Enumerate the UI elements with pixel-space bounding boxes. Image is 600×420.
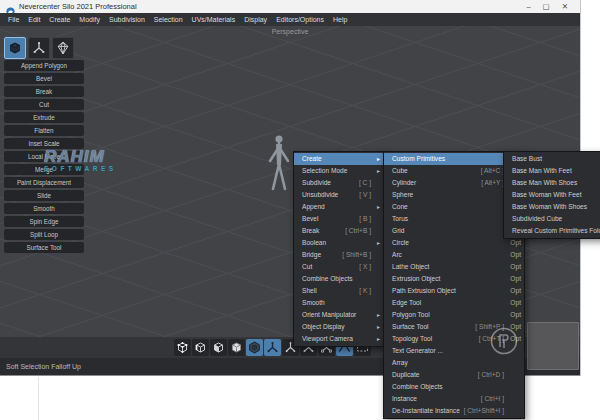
menu-item[interactable]: Arc Opt <box>384 249 524 261</box>
menu-item[interactable]: Base Man With Feet <box>504 165 600 177</box>
menubar-item[interactable]: UVs/Materials <box>192 16 236 23</box>
menu-item[interactable]: Viewport Camera <box>294 333 384 345</box>
maximize-button[interactable]: ▢ <box>543 0 550 13</box>
menu-item[interactable]: Duplicate [ Ctrl+D ] <box>384 369 524 381</box>
menu-item[interactable]: Reveal Custom Primitives Folder <box>504 225 600 237</box>
overlay-panel <box>527 322 579 370</box>
face-select-icon[interactable] <box>210 339 227 356</box>
menu-item-options-button[interactable]: Opt <box>510 297 521 309</box>
menu-item-options-button[interactable]: Opt <box>510 309 521 321</box>
menu-item[interactable]: Smooth <box>294 297 384 309</box>
human-model[interactable] <box>266 134 292 198</box>
menu-item[interactable]: Shell [ K ] <box>294 285 384 297</box>
menu-item[interactable]: Selection Mode <box>294 165 384 177</box>
menubar-item[interactable]: Display <box>244 16 267 23</box>
menu-item-options-button[interactable]: Opt <box>510 273 521 285</box>
menu-item[interactable]: Unsubdivide [ V ] <box>294 189 384 201</box>
sidebar-tool-button[interactable]: Paint Displacement <box>4 177 84 188</box>
sidebar-tool-button[interactable]: Surface Tool <box>4 242 84 253</box>
vertex-select-icon[interactable] <box>174 339 191 356</box>
sidebar-tool-button[interactable]: Bevel <box>4 73 84 84</box>
menu-item-options-button[interactable]: Opt <box>510 285 521 297</box>
sidebar-tool-button[interactable]: Break <box>4 86 84 97</box>
menu-item-label: Grid <box>392 227 404 234</box>
menu-item[interactable]: Surface Tool [ Shift+P ] Opt <box>384 321 524 333</box>
sidebar-tool-button[interactable]: Local Move <box>4 151 84 162</box>
minimize-button[interactable]: – <box>526 0 530 13</box>
menu-item[interactable]: Break [ Ctrl+B ] <box>294 225 384 237</box>
menu-item[interactable]: Subdivide [ C ] <box>294 177 384 189</box>
menu-item[interactable]: Append <box>294 201 384 213</box>
menu-item[interactable]: Array <box>384 357 524 369</box>
page-divider-line <box>38 377 39 420</box>
menu-item[interactable]: Base Man With Shoes <box>504 177 600 189</box>
menu-item[interactable]: Topology Tool [ Ctrl+T ] Opt <box>384 333 524 345</box>
window-controls: – ▢ ✕ <box>526 0 568 13</box>
menubar-item[interactable]: Help <box>333 16 347 23</box>
page-background: Nevercenter Silo 2021 Professional – ▢ ✕… <box>0 0 600 420</box>
menu-item[interactable]: Base Woman With Feet <box>504 189 600 201</box>
menubar-item[interactable]: Edit <box>28 16 40 23</box>
sidebar-icon-row <box>4 37 74 59</box>
close-button[interactable]: ✕ <box>562 0 568 13</box>
multi-select-icon[interactable] <box>246 339 263 356</box>
sidebar-tool-button[interactable]: Spin Edge <box>4 216 84 227</box>
menu-item-label: Reveal Custom Primitives Folder <box>512 227 600 234</box>
sidebar-tool-button[interactable]: Split Loop <box>4 229 84 240</box>
sidebar-tool-button[interactable]: Cut <box>4 99 84 110</box>
sidebar-tool-button[interactable]: Inset Scale <box>4 138 84 149</box>
menu-item[interactable]: Lathe Object Opt <box>384 261 524 273</box>
menu-item[interactable]: Combine Objects <box>294 273 384 285</box>
menu-item-options-button[interactable]: Opt <box>510 249 521 261</box>
manipulator-icon[interactable] <box>28 37 50 59</box>
menu-item[interactable]: Extrusion Object Opt <box>384 273 524 285</box>
menu-item[interactable]: De-Instantiate Instance [ Ctrl+Shift+I ] <box>384 405 524 417</box>
manipulator-tool-icon[interactable] <box>264 339 281 356</box>
menu-item-label: Cone <box>392 203 408 210</box>
menu-item-label: Selection Mode <box>302 167 347 174</box>
menubar-item[interactable]: Selection <box>154 16 183 23</box>
menu-item[interactable]: Subdivided Cube <box>504 213 600 225</box>
menu-item[interactable]: Polygon Tool Opt <box>384 309 524 321</box>
sidebar-tool-button[interactable]: Merge <box>4 164 84 175</box>
menu-item-label: Viewport Camera <box>302 335 353 342</box>
primitives-icon[interactable] <box>52 37 74 59</box>
object-select-icon[interactable] <box>228 339 245 356</box>
menubar-item[interactable]: Modify <box>79 16 100 23</box>
menu-item[interactable]: Instance [ Ctrl+I ] <box>384 393 524 405</box>
menu-item-shortcut: [ Shift+B ] <box>342 249 371 261</box>
menu-item[interactable]: Text Generator ... <box>384 345 524 357</box>
menu-item-label: Append <box>302 203 325 210</box>
sidebar-tool-button[interactable]: Extrude <box>4 112 84 123</box>
menu-item[interactable]: Orient Manipulator <box>294 309 384 321</box>
menubar-item[interactable]: File <box>8 16 19 23</box>
menu-item[interactable]: Combine Objects <box>384 381 524 393</box>
menu-item-options-button[interactable]: Opt <box>510 333 521 345</box>
sidebar-tool-button[interactable]: Append Polygon <box>4 60 84 71</box>
menu-item[interactable]: Create <box>294 153 384 165</box>
menu-item-options-button[interactable]: Opt <box>510 261 521 273</box>
menu-item-options-button[interactable]: Opt <box>510 321 521 333</box>
menu-item[interactable]: Base Bust <box>504 153 600 165</box>
menu-item-label: Array <box>392 359 408 366</box>
menu-item-label: Cube <box>392 167 408 174</box>
menubar-item[interactable]: Create <box>49 16 70 23</box>
menubar-item[interactable]: Editors/Options <box>276 16 324 23</box>
menu-item[interactable]: Path Extrusion Object Opt <box>384 285 524 297</box>
sidebar-tool-button[interactable]: Slide <box>4 190 84 201</box>
sidebar-tool-button[interactable]: Smooth <box>4 203 84 214</box>
edge-select-icon[interactable] <box>192 339 209 356</box>
menubar-item[interactable]: Subdivision <box>109 16 145 23</box>
menu-item[interactable]: Object Display <box>294 321 384 333</box>
custom-primitives-submenu: Base Bust Base Man With Feet Base Man Wi… <box>503 151 600 239</box>
menu-item[interactable]: Cut [ X ] <box>294 261 384 273</box>
menu-item-shortcut: [ B ] <box>359 213 371 225</box>
menu-item[interactable]: Bridge [ Shift+B ] <box>294 249 384 261</box>
menu-item-label: Boolean <box>302 239 326 246</box>
sidebar-tool-button[interactable]: Flatten <box>4 125 84 136</box>
menu-item[interactable]: Base Woman With Shoes <box>504 201 600 213</box>
menu-item[interactable]: Bevel [ B ] <box>294 213 384 225</box>
subdivision-cube-icon[interactable] <box>4 37 26 59</box>
menu-item[interactable]: Boolean <box>294 237 384 249</box>
menu-item[interactable]: Edge Tool Opt <box>384 297 524 309</box>
